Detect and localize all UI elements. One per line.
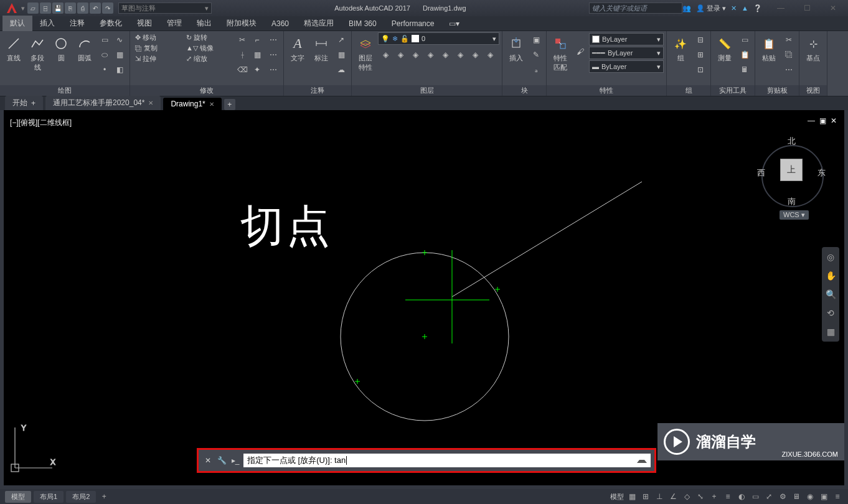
polyline-tool[interactable]: 多段线 xyxy=(26,32,49,75)
point-icon[interactable]: • xyxy=(98,63,111,77)
stretch-tool[interactable]: ⇲拉伸 xyxy=(133,54,182,64)
status-track-icon[interactable]: ⤡ xyxy=(695,491,706,502)
panel-modify-label[interactable]: 修改 xyxy=(130,85,283,96)
layer-select[interactable]: 💡❄🔓0▾ xyxy=(378,32,499,45)
qat-new-icon[interactable]: ▱ xyxy=(27,2,39,14)
infocenter-icon[interactable]: 👥 xyxy=(682,4,691,12)
util-3-icon[interactable]: 🖩 xyxy=(738,63,751,77)
viewcube-north[interactable]: 北 xyxy=(788,136,796,147)
group-edit-icon[interactable]: ⊞ xyxy=(694,48,707,62)
dimension-tool[interactable]: 标注 xyxy=(310,32,332,65)
status-trans-icon[interactable]: ◐ xyxy=(736,491,747,502)
layer-btn1-icon[interactable]: ◈ xyxy=(379,48,392,62)
layout1-tab[interactable]: 布局1 xyxy=(34,491,64,503)
drawing-canvas[interactable]: [−][俯视][二维线框] — ▣ ✕ 北 南 东 西 上 WCS ▾ ◎ ✋ … xyxy=(4,110,844,485)
array-icon[interactable]: ▦ xyxy=(250,48,264,62)
status-iso-icon[interactable]: ◉ xyxy=(804,491,816,502)
status-custom-icon[interactable]: ≡ xyxy=(832,491,843,502)
leader-icon[interactable]: ↗ xyxy=(334,33,348,47)
mod-extra3-icon[interactable]: ⋯ xyxy=(266,63,280,77)
signin-icon[interactable]: 👤 xyxy=(696,4,705,12)
color-select[interactable]: ByLayer▾ xyxy=(589,33,664,45)
layer-btn5-icon[interactable]: ◈ xyxy=(438,48,452,62)
block-create-icon[interactable]: ▣ xyxy=(529,33,543,47)
match-properties-tool[interactable]: 特性 匹配 xyxy=(549,32,572,75)
tab-a360[interactable]: A360 xyxy=(264,17,296,30)
spline-icon[interactable]: ∿ xyxy=(113,33,126,47)
exchange-icon[interactable]: ✕ xyxy=(731,4,737,12)
nav-wheel-icon[interactable]: ◎ xyxy=(824,251,837,263)
clip-extra-icon[interactable]: ⋯ xyxy=(782,63,796,77)
layer-properties-tool[interactable]: 图层 特性 xyxy=(354,32,377,75)
status-grid-icon[interactable]: ▦ xyxy=(626,491,638,502)
panel-groups-label[interactable]: 组 xyxy=(667,85,710,96)
vp-minimize-icon[interactable]: — xyxy=(807,116,816,125)
viewcube-top[interactable]: 上 xyxy=(780,159,803,181)
layer-btn3-icon[interactable]: ◈ xyxy=(408,48,422,62)
copy-tool[interactable]: ⿻复制 xyxy=(133,43,182,54)
status-ortho-icon[interactable]: ⊥ xyxy=(654,491,665,502)
help-search-input[interactable]: 键入关键字或短语 xyxy=(589,2,682,14)
measure-tool[interactable]: 📏测量 xyxy=(714,32,736,65)
status-dyn-icon[interactable]: + xyxy=(709,491,720,502)
region-icon[interactable]: ◧ xyxy=(113,63,126,77)
tab-extra-icon[interactable]: ▭▾ xyxy=(441,17,467,30)
text-tool[interactable]: A文字 xyxy=(286,32,309,65)
status-monitor-icon[interactable]: 🖥 xyxy=(791,491,802,502)
vp-restore-icon[interactable]: ▣ xyxy=(818,116,827,125)
panel-layers-label[interactable]: 图层 xyxy=(352,85,502,96)
nav-pan-icon[interactable]: ✋ xyxy=(824,269,837,282)
layer-btn6-icon[interactable]: ◈ xyxy=(453,48,467,62)
app-menu-arrow[interactable]: ▾ xyxy=(21,4,25,12)
status-ws-icon[interactable]: ⚙ xyxy=(777,491,788,502)
layer-btn7-icon[interactable]: ◈ xyxy=(468,48,482,62)
paintbrush-icon[interactable]: 🖌 xyxy=(573,33,587,70)
layout2-tab[interactable]: 布局2 xyxy=(66,491,96,503)
tab-addins[interactable]: 附加模块 xyxy=(219,16,264,31)
mirror-tool[interactable]: ▲▽镜像 xyxy=(184,43,233,54)
qat-workspace-select[interactable]: 草图与注释▾ xyxy=(118,2,212,14)
panel-utilities-label[interactable]: 实用工具 xyxy=(711,85,755,96)
status-qp-icon[interactable]: ▭ xyxy=(750,491,761,502)
qat-open-icon[interactable]: ⌸ xyxy=(40,2,51,14)
layer-btn8-icon[interactable]: ◈ xyxy=(483,48,497,62)
hatch-icon[interactable]: ▦ xyxy=(113,48,126,62)
status-model-label[interactable]: 模型 xyxy=(610,492,624,502)
qat-print-icon[interactable]: ⎙ xyxy=(77,2,88,14)
move-tool[interactable]: ✥移动 xyxy=(133,32,182,43)
viewcube-south[interactable]: 南 xyxy=(788,196,796,207)
nav-zoom-icon[interactable]: 🔍 xyxy=(824,288,837,301)
tab-manage[interactable]: 管理 xyxy=(159,16,189,31)
block-attr-icon[interactable]: ₐ xyxy=(529,63,543,77)
paste-tool[interactable]: 📋粘贴 xyxy=(758,32,780,65)
file-tab-doc2[interactable]: Drawing1*✕ xyxy=(163,98,221,110)
qat-saveas-icon[interactable]: ⎘ xyxy=(65,2,76,14)
model-tab[interactable]: 模型 xyxy=(5,491,31,503)
linetype-select[interactable]: ━━━ByLayer▾ xyxy=(589,47,664,59)
lineweight-select[interactable]: ▬ByLayer▾ xyxy=(589,60,664,73)
copy-clip-icon[interactable]: ⿻ xyxy=(782,48,796,62)
cmd-options-icon[interactable]: 🔧 xyxy=(216,455,227,466)
fillet-icon[interactable]: ⌐ xyxy=(250,33,264,47)
insert-block-tool[interactable]: 插入 xyxy=(505,32,527,65)
group-tool[interactable]: ✨组 xyxy=(669,32,692,65)
qat-undo-icon[interactable]: ↶ xyxy=(90,2,101,14)
tab-parametric[interactable]: 参数化 xyxy=(92,16,130,31)
arc-tool[interactable]: 圆弧 xyxy=(73,32,96,65)
rotate-tool[interactable]: ↻旋转 xyxy=(184,32,233,43)
qat-redo-icon[interactable]: ↷ xyxy=(102,2,113,14)
wcs-label[interactable]: WCS ▾ xyxy=(780,210,809,220)
panel-clipboard-label[interactable]: 剪贴板 xyxy=(755,85,799,96)
panel-annotate-label[interactable]: 注释 xyxy=(284,85,351,96)
panel-block-label[interactable]: 块 xyxy=(502,85,546,96)
layer-btn4-icon[interactable]: ◈ xyxy=(423,48,437,62)
help-icon[interactable]: ❔ xyxy=(753,4,762,12)
signin-label[interactable]: 登录 xyxy=(707,4,720,12)
a360-icon[interactable]: ▲ xyxy=(742,4,748,12)
new-tab-button[interactable]: + xyxy=(224,99,235,110)
tab-default[interactable]: 默认 xyxy=(2,16,32,31)
group-sel-icon[interactable]: ⊡ xyxy=(694,63,707,77)
file-tab-doc1[interactable]: 通用工艺标准手册2020_04*✕ xyxy=(45,96,161,110)
nav-showmotion-icon[interactable]: ▦ xyxy=(824,325,837,338)
file-tab-start[interactable]: 开始+ xyxy=(5,96,43,110)
